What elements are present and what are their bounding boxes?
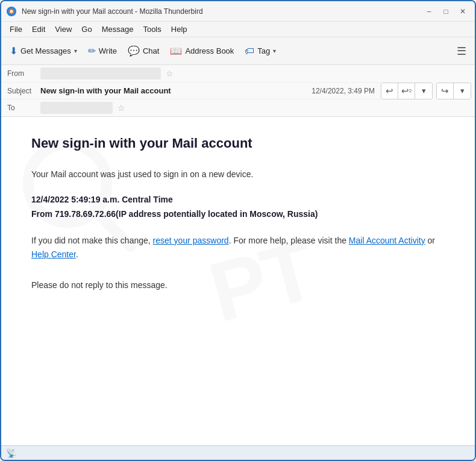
write-label: Write bbox=[99, 46, 117, 55]
menu-message[interactable]: Message bbox=[97, 24, 139, 35]
subject-row: Subject New sign-in with your Mail accou… bbox=[1, 83, 381, 99]
no-reply-text: Please do not reply to this message. bbox=[31, 280, 445, 290]
email-info-block: 12/4/2022 5:49:19 a.m. Central Time From… bbox=[31, 193, 445, 222]
reply-all-button[interactable]: ↩2 bbox=[398, 83, 415, 99]
subject-value: New sign-in with your Mail account bbox=[40, 86, 305, 95]
address-book-button[interactable]: 📖 Address Book bbox=[165, 43, 239, 59]
get-messages-dropdown-icon[interactable]: ▾ bbox=[74, 48, 77, 54]
help-center-link[interactable]: Help Center bbox=[31, 249, 76, 259]
email-date: 12/4/2022, 3:49 PM bbox=[312, 87, 375, 95]
email-title: New sign-in with your Mail account bbox=[31, 135, 445, 152]
footer-text-end: . bbox=[76, 249, 78, 259]
chat-label: Chat bbox=[143, 46, 159, 55]
email-info-line1: 12/4/2022 5:49:19 a.m. Central Time bbox=[31, 193, 445, 207]
menu-help[interactable]: Help bbox=[166, 24, 192, 35]
minimize-button[interactable]: – bbox=[422, 5, 436, 18]
thunderbird-icon bbox=[6, 6, 17, 17]
from-row: From ☆ bbox=[1, 65, 381, 83]
footer-text-mid: . For more help, please visit the bbox=[229, 236, 349, 245]
from-value-field bbox=[40, 67, 161, 80]
menu-tools[interactable]: Tools bbox=[138, 24, 166, 35]
reply-dropdown-button[interactable]: ▾ bbox=[415, 83, 432, 99]
menu-view[interactable]: View bbox=[50, 24, 77, 35]
to-label: To bbox=[7, 104, 40, 112]
tag-dropdown-icon[interactable]: ▾ bbox=[273, 48, 276, 54]
address-book-label: Address Book bbox=[185, 46, 234, 55]
to-star-icon[interactable]: ☆ bbox=[117, 103, 125, 113]
connection-status-icon: 📡 bbox=[6, 448, 16, 458]
status-bar: 📡 bbox=[1, 445, 475, 460]
email-info-line2: From 719.78.69.72.66(IP address potentia… bbox=[31, 207, 445, 222]
reset-password-link[interactable]: reset your password bbox=[153, 236, 229, 245]
email-intro: Your Mail account was just used to sign … bbox=[31, 168, 445, 181]
get-messages-icon: ⬇ bbox=[10, 45, 17, 57]
forward-button-group: ↪ ▾ bbox=[436, 83, 471, 99]
email-body: New sign-in with your Mail account Your … bbox=[1, 117, 475, 308]
email-footer-text: If you did not make this change, reset y… bbox=[31, 234, 445, 263]
maximize-button[interactable]: □ bbox=[439, 5, 453, 18]
toolbar: ⬇ Get Messages ▾ ✏ Write 💬 Chat 📖 Addres… bbox=[1, 37, 475, 65]
footer-text-before-link: If you did not make this change, bbox=[31, 236, 153, 245]
menu-file[interactable]: File bbox=[5, 24, 27, 35]
write-button[interactable]: ✏ Write bbox=[83, 43, 122, 59]
from-star-icon[interactable]: ☆ bbox=[166, 69, 174, 78]
tag-icon: 🏷 bbox=[245, 46, 254, 57]
address-book-icon: 📖 bbox=[170, 45, 182, 57]
main-window: New sign-in with your Mail account - Moz… bbox=[0, 0, 476, 461]
to-row: To ☆ bbox=[1, 99, 381, 116]
window-title: New sign-in with your Mail account - Moz… bbox=[22, 7, 422, 16]
email-content-area: PT New sign-in with your Mail account Yo… bbox=[1, 117, 475, 445]
forward-dropdown-button[interactable]: ▾ bbox=[454, 83, 471, 99]
hamburger-menu-button[interactable]: ☰ bbox=[452, 42, 471, 61]
svg-point-2 bbox=[10, 10, 13, 13]
nav-buttons-area: ↩ ↩2 ▾ ↪ ▾ bbox=[381, 65, 475, 116]
window-controls: – □ ✕ bbox=[422, 5, 470, 18]
to-value-field bbox=[40, 102, 113, 114]
close-button[interactable]: ✕ bbox=[456, 5, 470, 18]
chat-icon: 💬 bbox=[128, 45, 140, 57]
chat-button[interactable]: 💬 Chat bbox=[123, 43, 164, 59]
menu-bar: File Edit View Go Message Tools Help bbox=[1, 22, 475, 37]
forward-button[interactable]: ↪ bbox=[437, 83, 454, 99]
title-bar: New sign-in with your Mail account - Moz… bbox=[1, 1, 475, 22]
reply-button[interactable]: ↩ bbox=[381, 83, 398, 99]
get-messages-label: Get Messages bbox=[20, 46, 71, 55]
mail-activity-link[interactable]: Mail Account Activity bbox=[349, 236, 425, 245]
email-header: From ☆ Subject New sign-in with your Mai… bbox=[1, 65, 475, 117]
reply-button-group: ↩ ↩2 ▾ bbox=[381, 83, 433, 99]
tag-button[interactable]: 🏷 Tag ▾ bbox=[240, 43, 281, 59]
footer-text-or: or bbox=[425, 236, 435, 245]
from-label: From bbox=[7, 69, 40, 78]
subject-label: Subject bbox=[7, 87, 40, 95]
menu-go[interactable]: Go bbox=[77, 24, 96, 35]
tag-label: Tag bbox=[257, 46, 270, 55]
get-messages-button[interactable]: ⬇ Get Messages ▾ bbox=[5, 43, 82, 59]
write-icon: ✏ bbox=[88, 45, 96, 57]
menu-edit[interactable]: Edit bbox=[27, 24, 50, 35]
